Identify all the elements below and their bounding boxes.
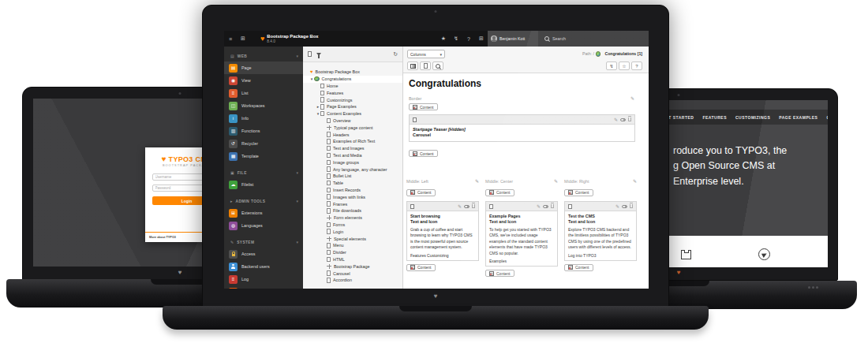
tree-node[interactable]: Overview bbox=[303, 117, 402, 125]
search-bar[interactable]: Search bbox=[538, 31, 649, 47]
tree-node-congratulations[interactable]: ▾Congratulations bbox=[303, 76, 402, 83]
visibility-toggle-icon[interactable] bbox=[464, 205, 470, 208]
tree-node-root[interactable]: Bootstrap Package Box bbox=[303, 69, 402, 76]
help-button[interactable]: ? bbox=[631, 62, 642, 70]
content-element-card[interactable]: ✎ Start browsing Text and Icon Grab a cu… bbox=[406, 201, 479, 261]
module-item-log[interactable]: ≡Log bbox=[224, 273, 303, 285]
bookmark-button[interactable]: ☆ bbox=[619, 62, 630, 70]
tree-node[interactable]: Customizings bbox=[303, 96, 402, 103]
trash-icon[interactable] bbox=[472, 204, 475, 208]
edit-pencil-icon[interactable]: ✎ bbox=[614, 117, 618, 122]
layout-view-button[interactable] bbox=[407, 62, 418, 70]
tree-node[interactable]: Features bbox=[303, 89, 402, 96]
tree-node[interactable]: Images with links bbox=[303, 193, 402, 200]
tree-node[interactable]: Divider bbox=[303, 249, 402, 256]
tree-node[interactable]: Carousel bbox=[303, 270, 402, 277]
tree-node[interactable]: Forms bbox=[303, 222, 402, 229]
tree-node[interactable]: HTML bbox=[303, 256, 402, 263]
section-admin-tools[interactable]: ▸ ADMIN TOOLS ▾ bbox=[224, 196, 303, 207]
tree-node[interactable]: Form elements bbox=[303, 214, 402, 222]
columns-select[interactable]: Columns ▾ bbox=[407, 50, 445, 58]
nav-item-page-examples[interactable]: PAGE EXAMPLES bbox=[779, 115, 817, 120]
section-system[interactable]: ✎ SYSTEM ▾ bbox=[224, 237, 303, 248]
tree-node[interactable]: Frames bbox=[303, 200, 402, 207]
new-record-button[interactable] bbox=[420, 62, 431, 70]
content-element-card[interactable]: ✎ Startpage Teaser [Hidden] Carousel bbox=[409, 114, 635, 142]
tree-node[interactable]: Typical page content bbox=[303, 124, 402, 131]
add-content-button[interactable]: Content bbox=[406, 264, 436, 271]
card-links[interactable]: Features Customizing bbox=[410, 253, 475, 258]
refresh-icon[interactable]: ↻ bbox=[393, 51, 398, 58]
card-links[interactable]: Examples bbox=[489, 259, 554, 263]
tree-node[interactable]: Menu bbox=[303, 242, 402, 249]
add-content-button[interactable]: Content bbox=[564, 189, 593, 196]
module-item-backend-users[interactable]: Backend users bbox=[224, 260, 303, 273]
module-item-recycler[interactable]: ↺Recycler bbox=[224, 137, 303, 150]
add-content-button[interactable]: Content bbox=[409, 150, 438, 157]
help-icon[interactable]: ? bbox=[462, 31, 475, 47]
edit-pencil-icon[interactable]: ✎ bbox=[537, 203, 541, 209]
tree-node[interactable]: Bootstrap Package bbox=[303, 263, 402, 270]
tree-node[interactable]: Headers bbox=[303, 131, 402, 138]
module-item-extensions[interactable]: ⊞Extensions bbox=[224, 207, 303, 219]
tree-node[interactable]: Image groups bbox=[303, 158, 402, 166]
edit-pencil-icon[interactable]: ✎ bbox=[615, 203, 619, 209]
trash-icon[interactable] bbox=[628, 117, 631, 121]
add-content-button[interactable]: Content bbox=[406, 189, 436, 196]
module-item-functions[interactable]: ▥Functions bbox=[224, 125, 303, 137]
add-content-button[interactable]: Content bbox=[564, 264, 593, 271]
nav-item-features[interactable]: FEATURES bbox=[702, 115, 727, 120]
tree-node[interactable]: Examples of Rich Text bbox=[303, 138, 402, 145]
trash-icon[interactable] bbox=[630, 204, 633, 208]
nav-item-content-examples[interactable]: CONTENT EXAMPLES bbox=[826, 115, 828, 120]
edit-pencil-icon[interactable]: ✎ bbox=[554, 178, 558, 184]
more-about-typo3-link[interactable]: More about TYPO3 bbox=[149, 236, 176, 239]
add-content-button[interactable]: Content bbox=[409, 103, 438, 110]
edit-pencil-icon[interactable]: ✎ bbox=[458, 203, 462, 209]
tree-node[interactable]: Text and Media bbox=[303, 152, 402, 159]
tree-node[interactable]: Home bbox=[303, 83, 402, 90]
module-item-list[interactable]: ≡List bbox=[224, 87, 303, 99]
content-element-card[interactable]: ✎ Test the CMS Text and Icon Explore TYP… bbox=[564, 201, 637, 261]
tree-node[interactable]: Bullet List bbox=[303, 173, 402, 180]
menu-toggle-icon[interactable]: ≡ bbox=[224, 36, 237, 42]
section-web[interactable]: ▤ WEB ▾ bbox=[224, 50, 303, 62]
module-item-install[interactable]: ⚙Install bbox=[224, 285, 303, 289]
trash-icon[interactable] bbox=[551, 204, 554, 208]
module-item-filelist[interactable]: ☁Filelist bbox=[224, 178, 303, 191]
module-item-access[interactable]: Access bbox=[224, 248, 303, 260]
grid-modules-icon[interactable]: ⊞ bbox=[475, 31, 488, 47]
module-item-template[interactable]: ▦Template bbox=[224, 150, 303, 162]
edit-pencil-icon[interactable]: ✎ bbox=[633, 178, 637, 184]
edit-pencil-icon[interactable]: ✎ bbox=[630, 95, 634, 101]
new-page-icon[interactable] bbox=[308, 51, 312, 57]
cache-bolt-button[interactable]: ↯ bbox=[606, 62, 617, 70]
tree-node[interactable]: Login bbox=[303, 228, 402, 235]
module-item-languages[interactable]: ◍Languages bbox=[224, 219, 303, 232]
visibility-toggle-icon[interactable] bbox=[622, 205, 627, 208]
apps-icon[interactable]: ⊞ bbox=[237, 35, 249, 42]
tree-node[interactable]: Any language, any character bbox=[303, 166, 402, 173]
bookmark-star-icon[interactable]: ★ bbox=[437, 31, 450, 47]
tree-node[interactable]: Text and Images bbox=[303, 145, 402, 152]
module-item-view[interactable]: ◉View bbox=[224, 74, 303, 87]
filter-icon[interactable] bbox=[316, 53, 321, 56]
card-links[interactable]: Log into TYPO3 bbox=[568, 253, 633, 258]
add-content-button[interactable]: Content bbox=[485, 189, 514, 196]
module-item-page[interactable]: ▤Page bbox=[224, 62, 303, 74]
tree-node[interactable]: Accordion bbox=[303, 277, 402, 284]
section-file[interactable]: ▣ FILE ▾ bbox=[224, 167, 303, 178]
edit-pencil-icon[interactable]: ✎ bbox=[475, 178, 479, 184]
content-element-card[interactable]: ✎ Example Pages Text and Icon To help ge… bbox=[485, 201, 558, 267]
visibility-toggle-icon[interactable] bbox=[620, 118, 626, 121]
module-item-workspaces[interactable]: ◫Workspaces bbox=[224, 99, 303, 112]
user-menu[interactable]: Benjamin Kott bbox=[488, 31, 538, 47]
tree-node[interactable]: Special elements bbox=[303, 235, 402, 242]
tree-node[interactable]: Table bbox=[303, 180, 402, 187]
nav-item-customizings[interactable]: CUSTOMIZINGS bbox=[735, 115, 770, 120]
module-item-info[interactable]: iInfo bbox=[224, 112, 303, 125]
flush-cache-bolt-icon[interactable]: ↯ bbox=[450, 31, 462, 47]
tree-node[interactable]: ▾Content Examples bbox=[303, 110, 402, 117]
tree-node[interactable]: File downloads bbox=[303, 207, 402, 214]
tree-node[interactable]: ▸Page Examples bbox=[303, 103, 402, 110]
